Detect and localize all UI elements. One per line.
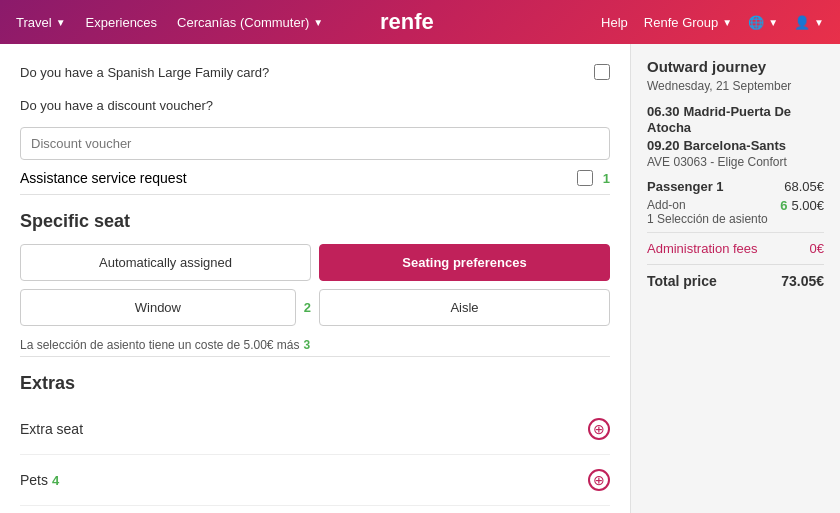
extra-item-seat: Extra seat ⊕: [20, 404, 610, 455]
chevron-down-icon-3: ▼: [722, 17, 732, 28]
chevron-down-icon-5: ▼: [814, 17, 824, 28]
admin-label: Administration fees: [647, 241, 758, 256]
discount-row: Do you have a discount voucher?: [20, 94, 610, 117]
pets-label: Pets: [20, 472, 48, 488]
arrival-time: 09.20: [647, 138, 680, 153]
nav-experiences[interactable]: Experiences: [86, 15, 158, 30]
spanish-card-label: Do you have a Spanish Large Family card?: [20, 65, 269, 80]
passenger-label: Passenger 1: [647, 179, 724, 194]
add-extra-seat-button[interactable]: ⊕: [588, 418, 610, 440]
main-layout: Do you have a Spanish Large Family card?…: [0, 44, 840, 513]
nav-help[interactable]: Help: [601, 15, 628, 30]
departure-time: 06.30: [647, 104, 680, 119]
specific-seat-header: Specific seat: [20, 194, 610, 244]
assistance-row: Assistance service request 1: [20, 170, 610, 186]
total-label: Total price: [647, 273, 717, 289]
sidebar-date: Wednesday, 21 September: [647, 79, 824, 93]
extra-item-pets: Pets 4 ⊕: [20, 455, 610, 506]
addon-info: Add-on 1 Selección de asiento: [647, 198, 768, 226]
nav-experiences-label: Experiences: [86, 15, 158, 30]
passenger-price: 68.05€: [784, 179, 824, 194]
addon-label: Add-on: [647, 198, 768, 212]
aisle-button[interactable]: Aisle: [319, 289, 610, 326]
arrival-station: Barcelona-Sants: [683, 138, 786, 153]
nav-user[interactable]: 👤 ▼: [794, 15, 824, 30]
left-content: Do you have a Spanish Large Family card?…: [0, 44, 630, 513]
addon-price: 5.00€: [791, 198, 824, 213]
total-price: 73.05€: [781, 273, 824, 289]
nav-renfe-group[interactable]: Renfe Group ▼: [644, 15, 732, 30]
nav-travel[interactable]: Travel ▼: [16, 15, 66, 30]
departure-row: 06.30 Madrid-Puerta De Atocha: [647, 103, 824, 135]
nav-language[interactable]: 🌐 ▼: [748, 15, 778, 30]
assistance-label: Assistance service request: [20, 170, 187, 186]
seat-note-badge: 3: [304, 338, 311, 352]
auto-assign-button[interactable]: Automatically assigned: [20, 244, 311, 281]
window-button[interactable]: Window: [20, 289, 296, 326]
assistance-checkbox[interactable]: [577, 170, 593, 186]
sidebar-divider: [647, 232, 824, 233]
arrival-row: 09.20 Barcelona-Sants: [647, 137, 824, 153]
pets-badge: 4: [52, 473, 59, 488]
nav-left: Travel ▼ Experiences Cercanías (Commuter…: [16, 15, 323, 30]
extras-header: Extras: [20, 356, 610, 404]
total-row: Total price 73.05€: [647, 264, 824, 289]
chevron-down-icon-2: ▼: [313, 17, 323, 28]
svg-text:renfe: renfe: [380, 9, 434, 33]
chevron-down-icon: ▼: [56, 17, 66, 28]
nav-cercanias-label: Cercanías (Commuter): [177, 15, 309, 30]
nav-travel-label: Travel: [16, 15, 52, 30]
seat-note: La selección de asiento tiene un coste d…: [20, 338, 610, 352]
train-info: AVE 03063 - Elige Confort: [647, 155, 824, 169]
nav-cercanias[interactable]: Cercanías (Commuter) ▼: [177, 15, 323, 30]
sidebar-journey-title: Outward journey: [647, 58, 824, 75]
top-navigation: Travel ▼ Experiences Cercanías (Commuter…: [0, 0, 840, 44]
seat-badge: 2: [304, 300, 311, 315]
extras-list: Extra seat ⊕ Pets 4 ⊕ Cancellation/Chang…: [20, 404, 610, 513]
addon-row: Add-on 1 Selección de asiento 6 5.00€: [647, 198, 824, 226]
admin-row: Administration fees 0€: [647, 241, 824, 256]
addon-detail: 1 Selección de asiento: [647, 212, 768, 226]
admin-price: 0€: [810, 241, 824, 256]
passenger-row: Passenger 1 68.05€: [647, 179, 824, 194]
renfe-logo: renfe: [380, 9, 460, 36]
right-sidebar: Outward journey Wednesday, 21 September …: [630, 44, 840, 513]
spanish-card-checkbox[interactable]: [594, 64, 610, 80]
chevron-down-icon-4: ▼: [768, 17, 778, 28]
assistance-badge: 1: [603, 171, 610, 186]
extra-seat-label: Extra seat: [20, 421, 83, 437]
seating-preferences-button[interactable]: Seating preferences: [319, 244, 610, 281]
discount-input[interactable]: [20, 127, 610, 160]
seat-buttons-grid: Automatically assigned Seating preferenc…: [20, 244, 610, 326]
discount-label: Do you have a discount voucher?: [20, 98, 213, 113]
spanish-card-row: Do you have a Spanish Large Family card?: [20, 60, 610, 84]
add-pets-button[interactable]: ⊕: [588, 469, 610, 491]
extra-item-cancellation: Cancellation/Change option Premium ⊕: [20, 506, 610, 513]
addon-price-block: 6 5.00€: [776, 198, 824, 213]
nav-right: Help Renfe Group ▼ 🌐 ▼ 👤 ▼: [601, 15, 824, 30]
addon-badge: 6: [780, 198, 787, 213]
